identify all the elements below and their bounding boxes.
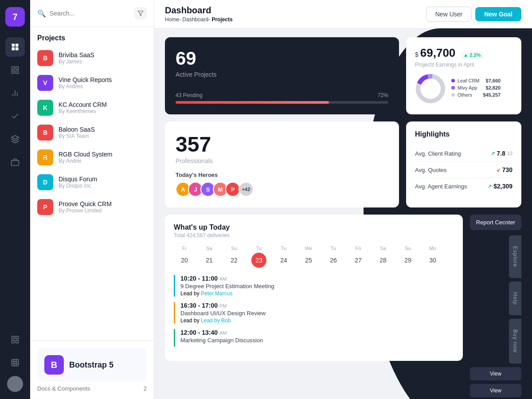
event-time: 10:20 - 11:00 AM — [180, 275, 274, 282]
day-number[interactable]: 25 — [301, 253, 316, 268]
event-lead-link[interactable]: Peter Marcus — [201, 290, 232, 297]
header: Dashboard Home- Dashboard- Projects New … — [154, 0, 532, 28]
day-number[interactable]: 30 — [425, 253, 440, 268]
nav-icon-layers[interactable] — [5, 129, 25, 149]
event-ampm: AM — [219, 276, 227, 282]
day-number[interactable]: 21 — [202, 253, 217, 268]
day-number[interactable]: 23 — [251, 253, 266, 268]
dashboard-body: 69 Active Projects 43 Pending 72% $ 69,7… — [154, 28, 532, 399]
project-item[interactable]: K KC Account CRM By Keenthemes — [34, 95, 150, 120]
calendar-day[interactable]: Tu 26 — [323, 246, 344, 268]
day-number[interactable]: 27 — [351, 253, 366, 268]
project-item[interactable]: D Disqus Forum By Disqus Inc. — [34, 170, 150, 195]
nav-icon-check[interactable] — [5, 106, 25, 126]
professionals-label: Professionals — [176, 157, 388, 164]
row-2: 357 Professionals Today's Heroes AJSMP+4… — [165, 121, 521, 207]
project-info: Briviba SaaS By James — [59, 51, 94, 65]
view-button-2[interactable]: View — [470, 384, 521, 397]
earnings-subtitle: Projects Earnings in April — [415, 62, 512, 68]
calendar-day[interactable]: Tu 23 — [248, 246, 270, 268]
breadcrumb-home[interactable]: Home- — [165, 16, 181, 23]
highlights-rows: Avg. Client Rating ↗ 7.8 10 Avg. Quotes … — [415, 145, 512, 194]
day-number[interactable]: 20 — [177, 253, 192, 268]
calendar-day[interactable]: Tu 24 — [273, 246, 294, 268]
view-button-1[interactable]: View — [470, 367, 521, 380]
day-number[interactable]: 29 — [400, 253, 415, 268]
earnings-card: $ 69,700 ▲ 2.2% Projects Earnings in Apr… — [406, 37, 521, 114]
project-info: Baloon SaaS By SIA Team — [59, 126, 95, 139]
day-name: Mo — [429, 246, 436, 251]
calendar-day[interactable]: Fr 20 — [174, 246, 195, 268]
progress-labels: 43 Pending 72% — [176, 92, 388, 98]
project-icon: B — [37, 125, 53, 141]
calendar-day[interactable]: Mo 30 — [422, 246, 443, 268]
active-projects-count: 69 — [176, 48, 388, 69]
bootstrap-logo: B — [44, 355, 64, 375]
calendar-day[interactable]: Su 22 — [223, 246, 245, 268]
new-goal-button[interactable]: New Goal — [475, 7, 521, 21]
nav-icon-briefcase[interactable] — [5, 153, 25, 172]
highlight-row: Avg. Quotes ↙ 730 — [415, 162, 512, 178]
buy-now-tab[interactable]: Buy now — [509, 319, 521, 364]
project-item[interactable]: R RGB Cloud System By Andrei — [34, 145, 150, 170]
calendar-day[interactable]: Sa 21 — [199, 246, 220, 268]
nav-icon-grid2[interactable] — [5, 353, 25, 372]
report-center-button[interactable]: Report Cecnter — [470, 215, 521, 230]
project-item[interactable]: P Proove Quick CRM By Proove Limited — [34, 195, 150, 219]
nav-icon-dashboard[interactable] — [5, 37, 25, 57]
progress-pct: 72% — [378, 92, 388, 98]
project-name: RGB Cloud System — [59, 151, 112, 158]
day-number[interactable]: 26 — [326, 253, 341, 268]
help-tab[interactable]: Help — [509, 282, 521, 316]
dollar-sign: $ — [415, 51, 419, 58]
svg-rect-1 — [16, 44, 19, 47]
donut-legend: Leaf CRM $7,660 Mivy App $2,820 Others $… — [451, 78, 501, 99]
filter-button[interactable] — [134, 7, 147, 20]
svg-rect-13 — [12, 336, 15, 339]
project-name: Proove Quick CRM — [59, 200, 112, 207]
search-input[interactable] — [50, 10, 131, 17]
event-ampm: AM — [219, 330, 227, 336]
nav-icon-grid[interactable] — [5, 60, 25, 80]
nav-icon-widget[interactable] — [5, 330, 25, 349]
bootstrap-card[interactable]: B Bootstrap 5 — [37, 348, 147, 382]
calendar-day[interactable]: Fri 27 — [348, 246, 369, 268]
legend-item: Others $45,257 — [451, 92, 501, 98]
day-number[interactable]: 24 — [276, 253, 291, 268]
docs-count: 2 — [144, 385, 147, 392]
calendar-subtitle: Total 424,567 deliveries — [174, 232, 454, 239]
event-lead-link[interactable]: Lead by Bob — [201, 317, 231, 324]
bootstrap-title: Bootstrap 5 — [69, 360, 113, 370]
docs-label[interactable]: Docs & Components — [37, 385, 90, 392]
user-avatar[interactable] — [7, 376, 23, 392]
project-item[interactable]: B Briviba SaaS By James — [34, 46, 150, 70]
project-info: Proove Quick CRM By Proove Limited — [59, 200, 112, 214]
calendar-day[interactable]: Su 29 — [397, 246, 419, 268]
day-number[interactable]: 22 — [227, 253, 242, 268]
new-user-button[interactable]: New User — [426, 7, 472, 22]
project-icon: B — [37, 50, 53, 66]
svg-rect-4 — [12, 67, 15, 70]
calendar-day[interactable]: We 25 — [298, 246, 319, 268]
project-icon: V — [37, 75, 53, 91]
day-name: Sa — [380, 246, 386, 251]
project-item[interactable]: B Baloon SaaS By SIA Team — [34, 120, 150, 145]
project-item[interactable]: V Vine Quick Reports By Andres — [34, 70, 150, 95]
legend-dot — [451, 86, 455, 90]
day-number[interactable]: 28 — [376, 253, 391, 268]
project-icon: K — [37, 100, 53, 116]
project-info: Vine Quick Reports By Andres — [59, 76, 112, 90]
main-content: Dashboard Home- Dashboard- Projects New … — [154, 0, 532, 399]
project-by: By SIA Team — [59, 133, 95, 139]
nav-avatar[interactable]: 7 — [5, 7, 25, 27]
heroes-label: Today's Heroes — [176, 172, 388, 178]
calendar-day[interactable]: Sa 28 — [372, 246, 394, 268]
nav-icon-chart[interactable] — [5, 83, 25, 103]
pending-label: 43 Pending — [176, 92, 203, 98]
breadcrumb-dashboard[interactable]: Dashboard- — [182, 16, 210, 23]
explore-tab[interactable]: Explore — [509, 235, 521, 278]
professionals-card: 357 Professionals Today's Heroes AJSMP+4… — [165, 121, 399, 207]
calendar-days: Fr 20 Sa 21 Su 22 Tu 23 Tu 24 We 25 Tu 2… — [174, 246, 454, 268]
event-line — [174, 329, 175, 347]
project-icon: D — [37, 174, 53, 190]
